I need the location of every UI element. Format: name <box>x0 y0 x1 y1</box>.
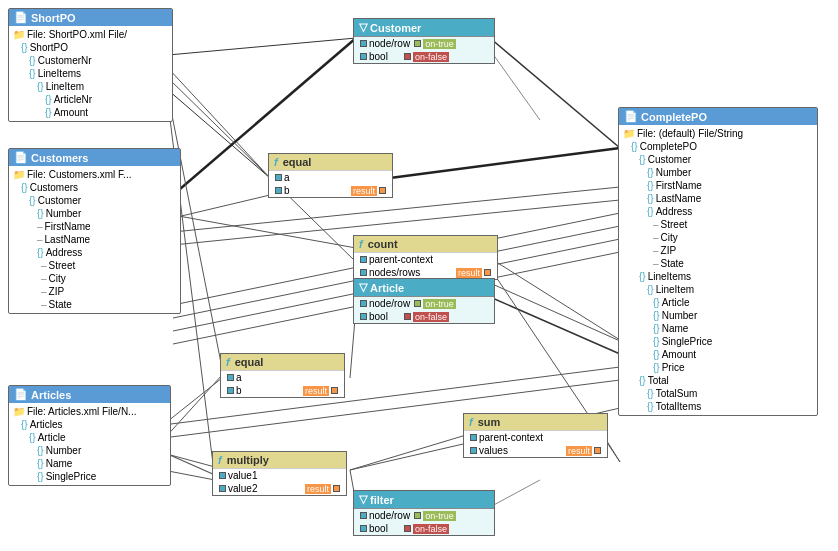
equal2-header: f equal <box>221 354 344 371</box>
customers-customer: {} Customer <box>9 194 180 207</box>
equal1-b-result: b result <box>269 184 392 197</box>
customer-filter-header: ▽ Customer <box>354 19 494 37</box>
customer-filter-noderow: node/row on-true <box>354 37 494 50</box>
completepo-totalsum: {} TotalSum <box>619 387 817 400</box>
completepo-node: 📄 CompletePO 📁 File: (default) File/Stri… <box>618 107 818 416</box>
completepo-customer: {} Customer <box>619 153 817 166</box>
sum-result-port <box>594 447 601 454</box>
completepo-singleprice: {} SinglePrice <box>619 335 817 348</box>
shortpo-title: ShortPO <box>31 12 76 24</box>
customer-filter-box: ▽ Customer node/row on-true bool on-fals… <box>353 18 495 64</box>
article-filter-bool: bool on-false <box>354 310 494 323</box>
svg-line-14 <box>490 258 620 340</box>
sum-parentctx: parent-context <box>464 431 607 444</box>
count-parentctx: parent-context <box>354 253 497 266</box>
equal2-a-port <box>227 374 234 381</box>
article-filter-noderow: node/row on-true <box>354 297 494 310</box>
filter-bottom-node-port <box>360 512 367 519</box>
svg-line-16 <box>490 283 620 341</box>
customers-file-row: 📁 File: Customers.xml F... <box>9 168 180 181</box>
completepo-firstname: {} FirstName <box>619 179 817 192</box>
customers-number: {} Number <box>9 207 180 220</box>
node-row-port-left <box>360 40 367 47</box>
customers-firstname: – FirstName <box>9 220 180 233</box>
svg-line-34 <box>163 378 222 425</box>
article-bool-port <box>360 313 367 320</box>
svg-line-9 <box>173 187 620 232</box>
multiply-result-port <box>333 485 340 492</box>
svg-line-18 <box>163 375 222 440</box>
completepo-lineitems: {} LineItems <box>619 270 817 283</box>
completepo-title: CompletePO <box>641 111 707 123</box>
count-parentctx-port <box>360 256 367 263</box>
customers-lastname: – LastName <box>9 233 180 246</box>
shortpo-articlenr: {} ArticleNr <box>9 93 172 106</box>
article-node-port <box>360 300 367 307</box>
completepo-total: {} Total <box>619 374 817 387</box>
articles-icon: 📄 <box>14 388 28 401</box>
count-nodes-port <box>360 269 367 276</box>
article-onfalse-port <box>404 313 411 320</box>
completepo-article: {} Article <box>619 296 817 309</box>
customers-city: – City <box>9 272 180 285</box>
completepo-lastname: {} LastName <box>619 192 817 205</box>
svg-line-4 <box>173 195 270 218</box>
shortpo-lineitems: {} LineItems <box>9 67 172 80</box>
customers-zip: – ZIP <box>9 285 180 298</box>
article-ontrue-port <box>414 300 421 307</box>
filter-bottom-icon: ▽ <box>359 493 367 506</box>
svg-line-13 <box>490 50 540 120</box>
filter-bottom-header: ▽ filter <box>354 491 494 509</box>
shortpo-header: 📄 ShortPO <box>9 9 172 26</box>
customer-filter-bool: bool on-false <box>354 50 494 63</box>
article-filter-icon: ▽ <box>359 281 367 294</box>
customers-state: – State <box>9 298 180 311</box>
completepo-li-number: {} Number <box>619 309 817 322</box>
file-icon: 📁 <box>13 29 25 40</box>
articles-header: 📄 Articles <box>9 386 170 403</box>
completepo-file-row: 📁 File: (default) File/String <box>619 127 817 140</box>
svg-line-0 <box>168 38 356 55</box>
equal2-func: f equal a b result <box>220 353 345 398</box>
articles-name: {} Name <box>9 457 170 470</box>
filter-bottom-onfalse-port <box>404 525 411 532</box>
article-filter-header: ▽ Article <box>354 279 494 297</box>
completepo-street: – Street <box>619 218 817 231</box>
svg-line-15 <box>490 297 620 354</box>
filter-icon: ▽ <box>359 21 367 34</box>
completepo-price: {} Price <box>619 361 817 374</box>
shortpo-icon: 📄 <box>14 11 28 24</box>
completepo-icon: 📄 <box>624 110 638 123</box>
sum-parentctx-port <box>470 434 477 441</box>
on-false-port <box>404 53 411 60</box>
equal1-b-port <box>275 187 282 194</box>
count-result-port <box>484 269 491 276</box>
customers-title: Customers <box>31 152 88 164</box>
equal2-a: a <box>221 371 344 384</box>
equal2-b-port <box>227 387 234 394</box>
count-func: f count parent-context nodes/rows result <box>353 235 498 280</box>
svg-line-1 <box>168 90 270 178</box>
equal1-result-port <box>379 187 386 194</box>
sum-header: f sum <box>464 414 607 431</box>
svg-line-24 <box>490 480 540 507</box>
articles-number: {} Number <box>9 444 170 457</box>
article-filter-box: ▽ Article node/row on-true bool on-false <box>353 278 495 324</box>
filter-bottom-noderow: node/row on-true <box>354 509 494 522</box>
equal2-b-result: b result <box>221 384 344 397</box>
customers-street: – Street <box>9 259 180 272</box>
svg-line-11 <box>390 148 620 178</box>
filter-bottom-box: ▽ filter node/row on-true bool on-false <box>353 490 495 536</box>
articles-article: {} Article <box>9 431 170 444</box>
bool-port-left <box>360 53 367 60</box>
customers-root: {} Customers <box>9 181 180 194</box>
completepo-totalitems: {} TotalItems <box>619 400 817 413</box>
svg-line-30 <box>173 215 356 248</box>
svg-line-2 <box>168 68 270 178</box>
completepo-city: – City <box>619 231 817 244</box>
on-true-port <box>414 40 421 47</box>
completepo-amount: {} Amount <box>619 348 817 361</box>
equal1-func: f equal a b result <box>268 153 393 198</box>
shortpo-file-row: 📁 File: ShortPO.xml File/ <box>9 28 172 41</box>
multiply-v1-port <box>219 472 226 479</box>
